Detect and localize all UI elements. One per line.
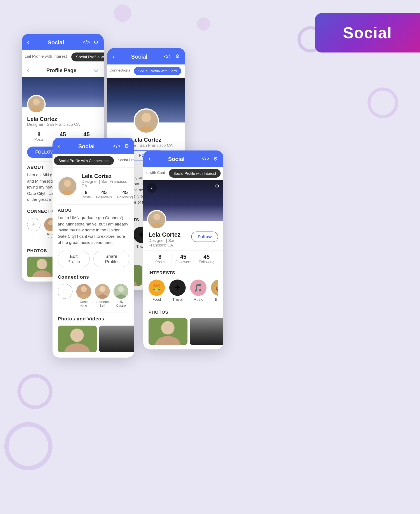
- phone3-photos-row: [58, 323, 129, 354]
- phone1-profile-sub: Designer | San Francisco CA: [27, 122, 80, 127]
- svg-point-34: [118, 286, 124, 292]
- svg-point-46: [161, 321, 175, 335]
- phone2-header: ‹ Social </> ⚙: [107, 48, 185, 65]
- svg-point-19: [142, 113, 151, 122]
- phone3-photosvids: Photos and Videos: [52, 313, 134, 358]
- phone1-avatar-wrap: [27, 95, 46, 113]
- phone4-back-icon[interactable]: ‹: [149, 155, 151, 163]
- phone2-tab-connections[interactable]: Connections: [107, 65, 132, 78]
- phone4-sub: Designer | San Francisco CA: [149, 238, 191, 247]
- phone2-avatar: [134, 108, 159, 134]
- deco-circle-3: [197, 17, 210, 31]
- phone4-photos-row: [149, 317, 218, 346]
- phone3-about: About I am a UMN graduate (go Gophers!) …: [52, 205, 134, 248]
- phone4-interest-food: 🍔 Food: [149, 280, 165, 301]
- phone1-profile-name: Lela Cortez: [27, 116, 80, 122]
- phone3-back-icon[interactable]: ‹: [58, 142, 60, 150]
- phone1-tab-interest[interactable]: cial Profile with Interest: [22, 50, 70, 64]
- phone3-profile-info: Lela Cortez Designer | San Francisco CA …: [82, 173, 133, 199]
- phone4: ‹ Social </> ⚙ le with Card Social Profi…: [143, 150, 223, 350]
- phone1-inner-back[interactable]: ‹: [27, 67, 29, 74]
- phone4-code-icon[interactable]: </>: [202, 156, 209, 162]
- banner-title: Social: [343, 24, 392, 42]
- phone1-code-icon[interactable]: </>: [82, 39, 90, 45]
- phone4-tab-card[interactable]: le with Card: [143, 167, 167, 180]
- phone3-settings-icon[interactable]: ⚙: [124, 143, 129, 149]
- phone4-stats: 8 Posts 45 Followers 45 Following: [143, 250, 223, 267]
- svg-point-16: [37, 259, 47, 269]
- phone4-tabs: le with Card Social Profile with Interes…: [143, 167, 223, 180]
- phone3-title: Social: [78, 143, 95, 149]
- phone3-tabs: Social Profile with Connections Social P…: [52, 154, 134, 168]
- phone3-stat-followers: 45 Followers: [96, 189, 112, 199]
- phone4-interests-title: INTERESTS: [149, 270, 218, 275]
- phone2-settings-icon[interactable]: ⚙: [175, 53, 180, 59]
- phone3-profile-row: Lela Cortez Designer | San Francisco CA …: [52, 168, 134, 204]
- phone2-cover: [107, 78, 185, 122]
- phone4-title: Social: [168, 156, 185, 162]
- phone1-inner-settings[interactable]: ⚙: [94, 67, 98, 73]
- phone4-profile-info: Lela Cortez Designer | San Francisco CA: [149, 232, 191, 247]
- svg-point-1: [33, 99, 40, 105]
- svg-point-40: [70, 328, 84, 342]
- phone3-photosvids-title: Photos and Videos: [58, 316, 129, 321]
- phone3-stat-following: 45 Following: [117, 189, 133, 199]
- svg-point-25: [64, 180, 71, 186]
- phone3-stats: 8 Posts 45 Followers 45 Following: [82, 189, 133, 199]
- phone3-conn-add[interactable]: +: [58, 284, 73, 298]
- phone2-tabs: Connections Social Profile with Card Soc…: [107, 65, 185, 78]
- phone1-header-icons: </> ⚙: [82, 39, 99, 45]
- phone3-connections: Connections + Rose King: [52, 271, 134, 312]
- phone4-photo1: [149, 318, 188, 345]
- phone4-stat-followers: 45 Followers: [172, 253, 195, 264]
- phone3-connections-row: + Rose King Jeanette Bell: [58, 282, 129, 310]
- phone4-header-icons: </> ⚙: [202, 156, 218, 162]
- phone2-avatar-wrap: [134, 108, 159, 134]
- deco-circle-5: [4, 422, 52, 470]
- phone2-back-icon[interactable]: ‹: [112, 52, 115, 60]
- phone3-edit-btn[interactable]: Edit Profile: [58, 251, 90, 267]
- phone3-about-title: About: [58, 208, 129, 213]
- phone3-sub: Designer | San Francisco CA: [82, 179, 133, 188]
- phone4-interests: INTERESTS 🍔 Food ✈ Travel 🎵 Music: [143, 267, 223, 307]
- phone4-cover: ‹ ⚙: [143, 180, 223, 221]
- phone3-tab-card[interactable]: Social Profile with C: [115, 154, 134, 167]
- phone3: ‹ Social </> ⚙ Social Profile with Conne…: [52, 138, 134, 358]
- phone4-avatar: [147, 210, 166, 229]
- phone2-header-icons: </> ⚙: [164, 53, 180, 59]
- phone4-photo2: [190, 318, 223, 345]
- phone3-about-text: I am a UMN graduate (go Gophers!) and Mi…: [58, 215, 129, 246]
- phone4-settings-icon[interactable]: ⚙: [213, 156, 218, 162]
- phone3-conn-rose: Rose King: [76, 284, 91, 307]
- phone2-code-icon[interactable]: </>: [164, 53, 172, 59]
- phone1-back-icon[interactable]: ‹: [27, 38, 29, 46]
- phone1-stat-posts: 8 Posts: [27, 131, 51, 142]
- phone4-tab-social[interactable]: Social Prof: [222, 167, 223, 180]
- phone4-stat-posts: 8 Posts: [149, 253, 172, 264]
- phone3-photo2: [99, 326, 135, 352]
- phone4-inner-back[interactable]: ‹: [147, 183, 157, 193]
- deco-circle-2: [114, 4, 131, 22]
- phone4-inner-settings[interactable]: ⚙: [215, 183, 219, 189]
- phone4-name: Lela Cortez: [149, 232, 191, 238]
- phone2-tab-social[interactable]: Social Profi: [183, 65, 185, 78]
- phone4-interest-music: 🎵 Music: [190, 280, 207, 301]
- phone3-name: Lela Cortez: [82, 173, 133, 179]
- phone1-tab-message[interactable]: Social Profile with Message: [71, 52, 104, 61]
- phone1-page-title: Profile Page: [46, 67, 76, 73]
- phone4-follow-btn[interactable]: Follow: [191, 232, 218, 242]
- deco-circle-6: [368, 88, 398, 118]
- phone3-tab-connections[interactable]: Social Profile with Connections: [54, 156, 114, 165]
- phone2-tab-card[interactable]: Social Profile with Card: [134, 67, 181, 75]
- phone3-share-btn[interactable]: Share Profile: [93, 251, 129, 267]
- phone4-photos-title: PHOTOS: [149, 310, 218, 315]
- phone3-actions: Edit Profile Share Profile: [52, 248, 134, 271]
- conn-add-btn[interactable]: +: [27, 218, 40, 231]
- main-scene: Social ‹ Social </> ⚙ cial Profile with …: [0, 0, 420, 514]
- phone3-code-icon[interactable]: </>: [113, 143, 120, 149]
- phone1-settings-icon[interactable]: ⚙: [94, 39, 98, 45]
- deco-circle-4: [17, 374, 52, 409]
- phone4-interests-row: 🍔 Food ✈ Travel 🎵 Music 👜 Bags: [149, 277, 218, 304]
- phone4-tab-interest[interactable]: Social Profile with Interest: [169, 169, 220, 178]
- phone1-avatar: [27, 95, 46, 113]
